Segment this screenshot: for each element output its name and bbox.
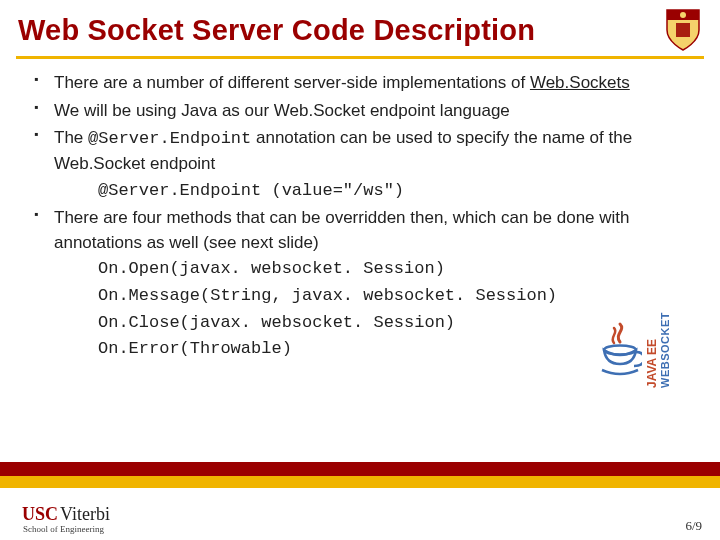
badge-java-ee: JAVA EE (645, 339, 659, 388)
bullet-item: We will be using Java as our Web.Socket … (34, 99, 696, 124)
badge-websocket: WEBSOCKET (659, 312, 671, 388)
svg-point-2 (604, 346, 636, 355)
bullet-text: @Server.Endpoint (88, 129, 251, 148)
usc-viterbi-logo: USC Viterbi School of Engineering (22, 505, 110, 534)
bullet-item: There are a number of different server-s… (34, 71, 696, 96)
svg-rect-1 (676, 23, 690, 37)
bullet-text: The (54, 128, 88, 147)
footer-band (0, 462, 720, 488)
java-cup-icon (598, 320, 642, 380)
slide-title: Web Socket Server Code Description (18, 14, 535, 47)
badge-text: JAVA EE WEBSOCKET (646, 312, 672, 388)
bullet-text: There are four methods that can be overr… (54, 208, 630, 252)
sub-line: @Server.Endpoint (value="/ws") (98, 179, 696, 204)
footer-area: USC Viterbi School of Engineering 6/9 (0, 488, 720, 540)
bullet-item: The @Server.Endpoint annotation can be u… (34, 126, 696, 203)
svg-point-0 (680, 12, 686, 18)
logo-school-text: School of Engineering (23, 525, 110, 534)
sub-line: On.Open(javax. websocket. Session) (98, 257, 696, 282)
bullet-text: Web.Sockets (530, 73, 630, 92)
usc-shield-icon (664, 8, 702, 52)
title-bar: Web Socket Server Code Description (0, 0, 720, 56)
bullet-text: There are a number of different server-s… (54, 73, 530, 92)
page-number: 6/9 (685, 518, 702, 534)
logo-usc-text: USC (22, 505, 58, 523)
slide-container: Web Socket Server Code Description There… (0, 0, 720, 540)
sub-line: On.Message(String, javax. websocket. Ses… (98, 284, 696, 309)
java-ee-websocket-badge: JAVA EE WEBSOCKET (598, 312, 672, 388)
logo-viterbi-text: Viterbi (60, 505, 110, 523)
title-divider (16, 56, 704, 59)
bullet-text: We will be using Java as our Web.Socket … (54, 101, 510, 120)
